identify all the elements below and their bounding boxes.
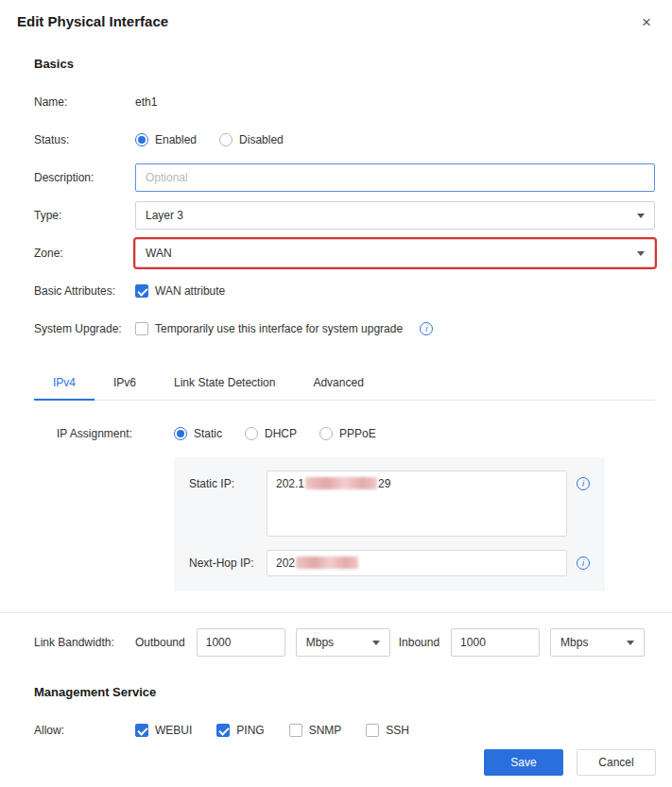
description-label: Description: xyxy=(34,171,135,184)
inbound-bandwidth-input[interactable] xyxy=(451,628,540,657)
radio-label: Disabled xyxy=(239,133,284,146)
inbound-label: Inbound xyxy=(399,636,439,649)
checkbox-icon[interactable] xyxy=(135,284,148,298)
info-icon[interactable]: i xyxy=(577,477,590,490)
status-radio-disabled[interactable]: Disabled xyxy=(219,133,284,146)
system-upgrade-label: System Upgrade: xyxy=(34,322,135,335)
checkbox-label: WAN attribute xyxy=(155,284,225,298)
checkbox-icon[interactable] xyxy=(216,724,230,737)
checkbox-label: Temporarily use this interface for syste… xyxy=(155,322,403,335)
tab-ipv4[interactable]: IPv4 xyxy=(34,368,95,401)
checkbox-icon[interactable] xyxy=(289,724,302,737)
chevron-down-icon xyxy=(637,251,645,256)
zone-label: Zone: xyxy=(34,247,135,260)
checkbox-icon[interactable] xyxy=(366,724,379,737)
checkbox-label: WEBUI xyxy=(155,724,192,737)
dialog-footer: Save Cancel xyxy=(484,749,656,776)
zone-select-value: WAN xyxy=(146,247,172,260)
link-bandwidth-label: Link Bandwidth: xyxy=(34,636,135,649)
checkbox-icon[interactable] xyxy=(135,322,148,335)
description-row: Description: xyxy=(34,163,655,192)
basic-attributes-label: Basic Attributes: xyxy=(34,284,135,298)
basic-attributes-row: Basic Attributes: WAN attribute xyxy=(34,277,655,305)
ip-assignment-row: IP Assignment: Static DHCP PPPoE xyxy=(57,419,655,448)
tab-bar: IPv4 IPv6 Link State Detection Advanced xyxy=(34,368,655,401)
outbound-unit-value: Mbps xyxy=(306,636,334,649)
radio-label: Static xyxy=(194,427,222,440)
radio-label: Enabled xyxy=(155,133,197,146)
ip-assignment-label: IP Assignment: xyxy=(57,427,174,440)
description-input[interactable] xyxy=(135,163,655,192)
tab-link-state-detection[interactable]: Link State Detection xyxy=(155,368,294,401)
basics-form: Name: eth1 Status: Enabled Disabled Desc… xyxy=(17,88,655,343)
outbound-unit-select[interactable]: Mbps xyxy=(296,628,390,657)
static-ip-value-prefix: 202.1 xyxy=(276,477,304,490)
static-ip-box: Static IP: 202.129 i Next-Hop IP: 202 i xyxy=(174,457,605,591)
management-service-heading: Management Service xyxy=(34,685,655,699)
system-upgrade-row: System Upgrade: Temporarily use this int… xyxy=(34,315,655,343)
static-ip-label: Static IP: xyxy=(189,470,267,490)
ip-assignment-radio-static[interactable]: Static xyxy=(174,427,222,440)
radio-icon[interactable] xyxy=(319,427,333,440)
allow-row: Allow: WEBUI PING SNMP SSH xyxy=(34,716,655,744)
zone-row: Zone: WAN xyxy=(34,239,655,267)
tab-ipv6[interactable]: IPv6 xyxy=(95,368,155,401)
inbound-unit-select[interactable]: Mbps xyxy=(550,628,645,657)
system-upgrade-checkbox[interactable]: Temporarily use this interface for syste… xyxy=(135,322,403,335)
cancel-button[interactable]: Cancel xyxy=(577,749,656,776)
radio-label: DHCP xyxy=(265,427,297,440)
allow-checkbox-ssh[interactable]: SSH xyxy=(366,724,409,737)
ipv4-panel: IP Assignment: Static DHCP PPPoE Static … xyxy=(17,401,655,591)
redacted-value xyxy=(296,556,358,569)
ip-assignment-radio-dhcp[interactable]: DHCP xyxy=(245,427,297,440)
link-bandwidth-row: Link Bandwidth: Outbound Mbps Inbound Mb… xyxy=(17,628,655,657)
management-service-form: Allow: WEBUI PING SNMP SSH xyxy=(17,716,655,744)
radio-icon[interactable] xyxy=(245,427,258,440)
status-row: Status: Enabled Disabled xyxy=(34,126,655,154)
next-hop-ip-label: Next-Hop IP: xyxy=(189,550,267,570)
name-row: Name: eth1 xyxy=(34,88,655,116)
close-icon[interactable]: × xyxy=(638,13,655,32)
type-label: Type: xyxy=(34,209,135,222)
info-icon[interactable]: i xyxy=(577,556,590,570)
name-value: eth1 xyxy=(135,95,157,109)
dialog-header: Edit Physical Interface × xyxy=(17,13,655,32)
next-hop-ip-value-prefix: 202 xyxy=(276,556,295,570)
radio-label: PPPoE xyxy=(339,427,376,440)
static-ip-input[interactable]: 202.129 xyxy=(267,470,567,537)
type-select-value: Layer 3 xyxy=(146,209,183,222)
next-hop-ip-input[interactable]: 202 xyxy=(267,550,567,576)
checkbox-icon[interactable] xyxy=(135,724,148,737)
chevron-down-icon xyxy=(627,641,634,645)
wan-attribute-checkbox[interactable]: WAN attribute xyxy=(135,284,225,298)
name-label: Name: xyxy=(34,95,135,109)
outbound-bandwidth-input[interactable] xyxy=(197,628,285,657)
status-radio-enabled[interactable]: Enabled xyxy=(135,133,197,146)
type-select[interactable]: Layer 3 xyxy=(135,201,655,230)
static-ip-value-suffix: 29 xyxy=(378,477,390,490)
radio-icon[interactable] xyxy=(219,133,233,146)
chevron-down-icon xyxy=(637,214,645,218)
status-label: Status: xyxy=(34,133,135,146)
ip-assignment-radio-pppoe[interactable]: PPPoE xyxy=(319,427,376,440)
allow-checkbox-webui[interactable]: WEBUI xyxy=(135,724,192,737)
next-hop-ip-row: Next-Hop IP: 202 i xyxy=(189,550,590,576)
checkbox-label: SNMP xyxy=(309,724,342,737)
radio-icon[interactable] xyxy=(135,133,148,146)
radio-icon[interactable] xyxy=(174,427,187,440)
zone-select[interactable]: WAN xyxy=(135,239,655,267)
checkbox-label: PING xyxy=(236,724,264,737)
redacted-value xyxy=(305,477,377,489)
edit-physical-interface-dialog: Edit Physical Interface × Basics Name: e… xyxy=(0,0,672,787)
dialog-title: Edit Physical Interface xyxy=(17,13,168,29)
basics-heading: Basics xyxy=(34,57,655,71)
save-button[interactable]: Save xyxy=(484,749,563,776)
allow-checkbox-ping[interactable]: PING xyxy=(216,724,264,737)
allow-checkbox-snmp[interactable]: SNMP xyxy=(289,724,342,737)
divider xyxy=(0,612,672,613)
info-icon[interactable]: i xyxy=(420,322,433,335)
static-ip-row: Static IP: 202.129 i xyxy=(189,470,590,537)
inbound-unit-value: Mbps xyxy=(560,636,588,649)
tab-advanced[interactable]: Advanced xyxy=(294,368,382,401)
type-row: Type: Layer 3 xyxy=(34,201,655,230)
